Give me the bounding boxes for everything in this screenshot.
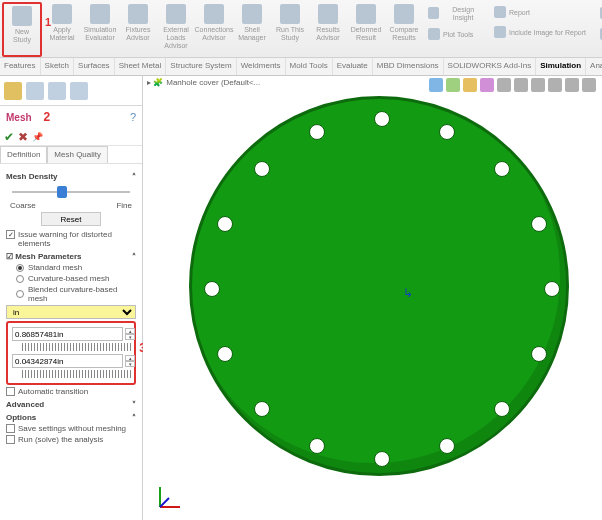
fm-icon-4[interactable] xyxy=(70,82,88,100)
density-slider[interactable] xyxy=(12,185,130,199)
design-insight-button[interactable]: Design Insight xyxy=(426,4,486,24)
deformed-icon xyxy=(356,4,376,24)
tab-analysisprep[interactable]: Analysis Preparation xyxy=(586,58,602,75)
include-image-button[interactable]: Include Image for Report xyxy=(492,24,592,42)
chevron-up-icon: ˄ xyxy=(132,413,136,422)
section-view-icon[interactable] xyxy=(480,78,494,92)
shell-icon xyxy=(242,4,262,24)
bolt-hole xyxy=(254,401,270,417)
fixtures-advisor-button[interactable]: Fixtures Advisor xyxy=(120,2,156,57)
tab-surfaces[interactable]: Surfaces xyxy=(74,58,115,75)
svg-line-2 xyxy=(160,498,169,507)
connections-advisor-button[interactable]: Connections Advisor xyxy=(196,2,232,57)
tab-evaluate[interactable]: Evaluate xyxy=(333,58,373,75)
ruler-1[interactable] xyxy=(22,343,132,351)
display-style-icon[interactable] xyxy=(514,78,528,92)
pushpin-icon[interactable]: 📌 xyxy=(32,132,43,142)
shell-manager-button[interactable]: Shell Manager xyxy=(234,2,270,57)
zoom-fit-icon[interactable] xyxy=(429,78,443,92)
fm-icon-3[interactable] xyxy=(48,82,66,100)
tab-mbd[interactable]: MBD Dimensions xyxy=(373,58,444,75)
apply-material-button[interactable]: Apply Material xyxy=(44,2,80,57)
cancel-button[interactable]: ✖ xyxy=(18,130,28,144)
tab-sheetmetal[interactable]: Sheet Metal xyxy=(115,58,167,75)
run-study-button[interactable]: Run This Study xyxy=(272,2,308,57)
bolt-hole xyxy=(439,124,455,140)
settings-icon[interactable] xyxy=(582,78,596,92)
hide-show-icon[interactable] xyxy=(531,78,545,92)
manage-network-button[interactable]: Manage Network xyxy=(598,26,602,44)
results-advisor-button[interactable]: Results Advisor xyxy=(310,2,346,57)
radio-standard[interactable]: Standard mesh xyxy=(16,263,136,272)
rib-label: New Study xyxy=(6,28,38,44)
slider-thumb[interactable] xyxy=(57,186,67,198)
sim-evaluator-button[interactable]: Simulation Evaluator xyxy=(82,2,118,57)
global-size-field: ▴▾ xyxy=(10,327,132,341)
mesh-params-head[interactable]: ☑ Mesh Parameters˄ xyxy=(6,252,136,261)
bolt-hole xyxy=(217,346,233,362)
tab-sketch[interactable]: Sketch xyxy=(41,58,74,75)
save-settings-check[interactable]: Save settings without meshing xyxy=(6,424,136,433)
bolt-hole xyxy=(494,401,510,417)
pm-title-row: Mesh 2 ? xyxy=(0,106,142,128)
tolerance-field: ▴▾ xyxy=(10,354,132,368)
zoom-area-icon[interactable] xyxy=(446,78,460,92)
chevron-up-icon: ˄ xyxy=(132,172,136,181)
tab-moldtools[interactable]: Mold Tools xyxy=(286,58,333,75)
pm-body: Mesh Density˄ CoarseFine Reset ✓Issue wa… xyxy=(0,164,142,450)
manhole-cover-model[interactable] xyxy=(189,96,569,476)
run-icon xyxy=(280,4,300,24)
commandmanager-tabs: Features Sketch Surfaces Sheet Metal Str… xyxy=(0,58,602,76)
new-study-button[interactable]: New Study xyxy=(2,2,42,57)
report-button[interactable]: Report xyxy=(492,4,592,22)
fm-icon-1[interactable] xyxy=(4,82,22,100)
auto-transition-check[interactable]: Automatic transition xyxy=(6,387,136,396)
external-loads-button[interactable]: External Loads Advisor xyxy=(158,2,194,57)
radio-blended[interactable]: Blended curvature-based mesh xyxy=(16,285,136,303)
origin-marker: ↳ xyxy=(403,286,413,300)
callout-2: 2 xyxy=(44,110,51,124)
fm-icon-2[interactable] xyxy=(26,82,44,100)
pm-subtabs: Definition Mesh Quality xyxy=(0,146,142,164)
tab-weldments[interactable]: Weldments xyxy=(237,58,286,75)
view-triad[interactable] xyxy=(155,482,185,512)
connections-icon xyxy=(204,4,224,24)
spinner[interactable]: ▴▾ xyxy=(125,328,135,340)
issue-warning-check[interactable]: ✓Issue warning for distorted elements xyxy=(6,230,136,248)
reset-button[interactable]: Reset xyxy=(41,212,101,226)
advanced-head[interactable]: Advanced˅ xyxy=(6,400,136,409)
unit-select[interactable]: in xyxy=(6,305,136,319)
ok-button[interactable]: ✔ xyxy=(4,130,14,144)
view-orient-icon[interactable] xyxy=(497,78,511,92)
spinner[interactable]: ▴▾ xyxy=(125,355,135,367)
options-head[interactable]: Options˄ xyxy=(6,413,136,422)
graphics-viewport[interactable]: ▸ 🧩 Manhole cover (Default<... ↳ xyxy=(143,76,602,520)
offloaded-sim-button[interactable]: Offloaded Simulation xyxy=(598,4,602,24)
tab-simulation[interactable]: Simulation xyxy=(536,58,586,75)
plot-tools-button[interactable]: Plot Tools xyxy=(426,26,486,44)
bolt-hole xyxy=(439,438,455,454)
pm-title: Mesh xyxy=(6,112,32,123)
global-size-input[interactable] xyxy=(12,327,123,341)
mesh-density-head[interactable]: Mesh Density˄ xyxy=(6,172,136,181)
bolt-hole xyxy=(309,124,325,140)
bolt-hole xyxy=(531,346,547,362)
tolerance-input[interactable] xyxy=(12,354,123,368)
bolt-hole xyxy=(544,281,560,297)
scene-icon[interactable] xyxy=(565,78,579,92)
tab-definition[interactable]: Definition xyxy=(0,146,47,163)
breadcrumb[interactable]: ▸ 🧩 Manhole cover (Default<... xyxy=(147,78,260,87)
tab-addins[interactable]: SOLIDWORKS Add-Ins xyxy=(444,58,537,75)
prev-view-icon[interactable] xyxy=(463,78,477,92)
ruler-2[interactable] xyxy=(22,370,132,378)
deformed-result-button[interactable]: Deformed Result xyxy=(348,2,384,57)
compare-results-button[interactable]: Compare Results xyxy=(386,2,422,57)
report-icon xyxy=(494,6,506,18)
help-icon[interactable]: ? xyxy=(130,111,136,123)
run-solve-check[interactable]: Run (solve) the analysis xyxy=(6,435,136,444)
tab-mesh-quality[interactable]: Mesh Quality xyxy=(47,146,108,163)
tab-features[interactable]: Features xyxy=(0,58,41,75)
radio-curvature[interactable]: Curvature-based mesh xyxy=(16,274,136,283)
tab-structure[interactable]: Structure System xyxy=(166,58,236,75)
appearance-icon[interactable] xyxy=(548,78,562,92)
